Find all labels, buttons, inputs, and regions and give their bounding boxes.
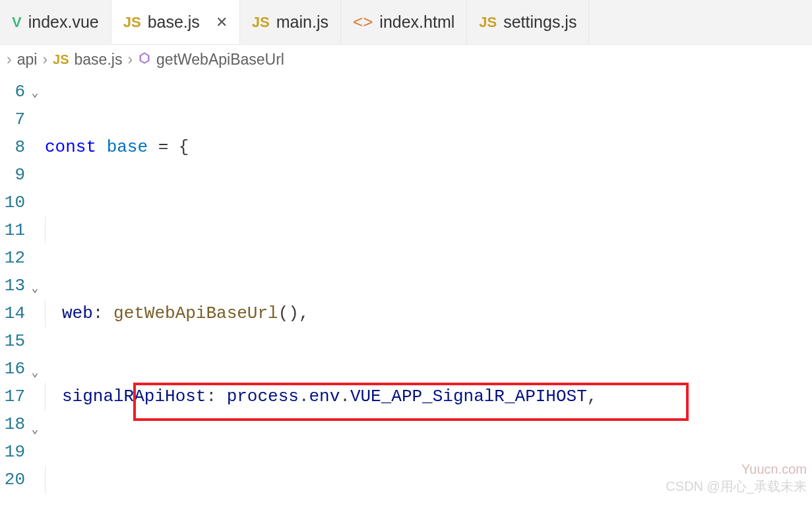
line-number: 20 <box>0 466 25 493</box>
tab-settings-js[interactable]: JS settings.js <box>467 0 589 44</box>
line-number: 7 <box>0 106 25 133</box>
tab-label: index.vue <box>28 13 99 32</box>
tab-base-js[interactable]: JS base.js ✕ <box>111 0 240 44</box>
editor-tabs: V index.vue JS base.js ✕ JS main.js <> i… <box>0 0 812 45</box>
tab-label: base.js <box>148 13 200 32</box>
chevron-right-icon: › <box>7 51 12 69</box>
tab-label: index.html <box>379 13 454 32</box>
tab-label: settings.js <box>503 13 577 32</box>
js-icon: JS <box>479 14 497 31</box>
line-number: 9 <box>0 161 25 189</box>
tab-index-html[interactable]: <> index.html <box>341 0 467 44</box>
line-number: 11 <box>0 216 25 244</box>
fold-icon[interactable]: ⌄ <box>25 359 45 387</box>
watermark: Yuucn.com <box>741 462 807 477</box>
html-icon: <> <box>353 12 373 32</box>
line-number: 8 <box>0 133 25 161</box>
watermark: CSDN @用心_承载未来 <box>666 478 807 495</box>
line-gutter: 6 7 8 9 10 11 12 13 14 15 16 17 18 19 20 <box>0 74 25 506</box>
code-line <box>45 216 812 244</box>
js-icon: JS <box>123 14 141 31</box>
code-area[interactable]: const base = { web: getWebApiBaseUrl(), … <box>45 74 812 506</box>
code-line: web: getWebApiBaseUrl(), <box>45 300 812 327</box>
breadcrumb-seg-file[interactable]: base.js <box>75 51 123 69</box>
fold-icon[interactable]: ⌄ <box>25 416 45 443</box>
symbol-method-icon <box>138 51 151 69</box>
code-line: const base = { <box>45 133 812 161</box>
code-line: signalRApiHost: process.env.VUE_APP_Sign… <box>45 383 812 410</box>
js-icon: JS <box>252 14 270 31</box>
line-number: 14 <box>0 300 25 327</box>
fold-gutter: ⌄ ⌄ ⌄ ⌄ <box>25 74 45 506</box>
code-editor[interactable]: 6 7 8 9 10 11 12 13 14 15 16 17 18 19 20… <box>0 74 812 506</box>
fold-icon[interactable]: ⌄ <box>25 79 45 107</box>
line-number: 17 <box>0 383 25 410</box>
close-icon[interactable]: ✕ <box>216 14 228 31</box>
js-icon: JS <box>53 52 69 67</box>
breadcrumb-seg-api[interactable]: api <box>17 51 38 69</box>
tab-main-js[interactable]: JS main.js <box>240 0 341 44</box>
breadcrumb: › api › JS base.js › getWebApiBaseUrl <box>0 45 812 74</box>
line-number: 6 <box>0 78 25 106</box>
line-number: 16 <box>0 355 25 383</box>
line-number: 19 <box>0 438 25 466</box>
vue-icon: V <box>12 14 22 31</box>
line-number: 13 <box>0 272 25 300</box>
tab-index-vue[interactable]: V index.vue <box>0 0 111 44</box>
tab-label: main.js <box>276 13 328 32</box>
line-number: 12 <box>0 244 25 272</box>
line-number: 15 <box>0 327 25 355</box>
breadcrumb-seg-symbol[interactable]: getWebApiBaseUrl <box>156 51 284 69</box>
line-number: 18 <box>0 410 25 438</box>
chevron-right-icon: › <box>42 51 47 69</box>
chevron-right-icon: › <box>127 51 133 69</box>
line-number: 10 <box>0 189 25 216</box>
fold-icon[interactable]: ⌄ <box>25 274 45 302</box>
